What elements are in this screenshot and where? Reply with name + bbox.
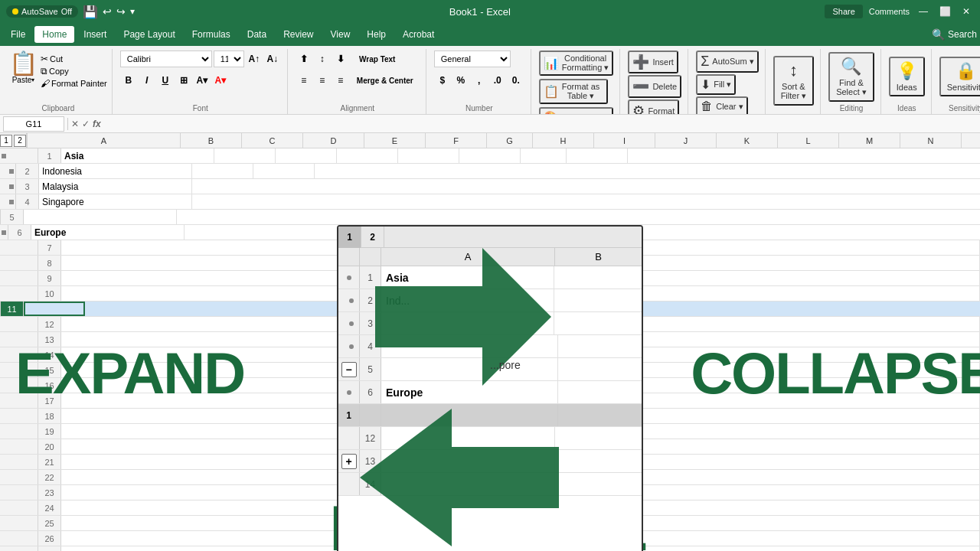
cell-rest2[interactable] <box>315 164 980 178</box>
popup-cell-a13[interactable] <box>381 450 555 472</box>
format-as-table-button[interactable]: 📋Format asTable ▾ <box>539 79 608 104</box>
popup-rownum-14[interactable]: 14 <box>360 473 381 495</box>
cell-a4[interactable]: Singapore <box>39 194 192 209</box>
find-select-button[interactable]: 🔍 Find &Select ▾ <box>828 52 874 102</box>
col-header-i[interactable]: I <box>594 133 655 148</box>
popup-cell-b6[interactable] <box>558 381 642 403</box>
col-header-o[interactable]: O <box>962 133 980 148</box>
popup-rownum-12[interactable]: 12 <box>360 427 381 449</box>
popup-cell-a1[interactable]: Asia <box>381 266 554 289</box>
menu-formulas[interactable]: Formulas <box>185 26 238 43</box>
menu-view[interactable]: View <box>323 26 358 43</box>
menu-help[interactable]: Help <box>359 26 394 43</box>
popup-cell-a2[interactable]: Ind... <box>381 289 554 311</box>
autosave-toggle[interactable]: AutoSave Off <box>6 5 78 18</box>
clear-button[interactable]: 🗑Clear ▾ <box>696 96 747 115</box>
row-num-20[interactable]: 20 <box>38 439 61 454</box>
cell-g1[interactable] <box>521 148 567 163</box>
percent-button[interactable]: % <box>452 72 469 89</box>
decrease-decimal-button[interactable]: 0. <box>508 72 524 89</box>
cell-a3[interactable]: Malaysia <box>39 179 192 194</box>
row-num-15[interactable]: 15 <box>38 363 61 377</box>
share-button[interactable]: Share <box>825 5 862 18</box>
col-header-n[interactable]: N <box>900 133 962 148</box>
row-num-18[interactable]: 18 <box>38 409 61 423</box>
row-num-23[interactable]: 23 <box>38 485 61 500</box>
outline-level-1[interactable]: 1 <box>0 135 12 147</box>
cell-b2[interactable] <box>192 164 253 178</box>
menu-data[interactable]: Data <box>240 26 274 43</box>
paste-button[interactable]: 📋 Paste ▾ <box>9 51 38 84</box>
delete-cells-button[interactable]: ➖Delete <box>628 75 681 98</box>
cell-c2[interactable] <box>253 164 315 178</box>
conditional-formatting-button[interactable]: 📊ConditionalFormatting ▾ <box>539 51 614 76</box>
row-num-24[interactable]: 24 <box>38 500 61 515</box>
font-name-select[interactable]: Calibri <box>120 51 212 67</box>
row-num-7[interactable]: 7 <box>38 240 61 255</box>
popup-cell-a3[interactable] <box>381 312 554 334</box>
row-num-10[interactable]: 10 <box>38 286 61 301</box>
copy-button[interactable]: ⧉ Copy <box>41 66 107 77</box>
row-num-1[interactable]: 1 <box>38 148 61 163</box>
menu-review[interactable]: Review <box>276 26 321 43</box>
cell-a6[interactable]: Europe <box>31 225 185 240</box>
cell-styles-button[interactable]: 🎨Cell Styles ▾ <box>539 107 613 115</box>
col-header-a[interactable]: A <box>28 133 181 148</box>
name-box[interactable] <box>3 116 64 132</box>
col-header-h[interactable]: H <box>533 133 594 148</box>
popup-cell-a5[interactable] <box>381 358 558 380</box>
outline-level-2[interactable]: 2 <box>14 135 26 147</box>
search-label[interactable]: Search <box>948 29 977 40</box>
row-num-25[interactable]: 25 <box>38 516 61 530</box>
cell-a5[interactable] <box>24 210 177 224</box>
sort-filter-button[interactable]: ↕ Sort &Filter ▾ <box>773 56 815 106</box>
confirm-formula-icon[interactable]: ✓ <box>82 119 90 129</box>
formula-input[interactable] <box>104 116 977 132</box>
row-num-22[interactable]: 22 <box>38 470 61 484</box>
row-num-8[interactable]: 8 <box>38 256 61 270</box>
menu-file[interactable]: File <box>3 26 33 43</box>
bold-button[interactable]: B <box>120 72 137 89</box>
popup-cell-a12[interactable] <box>381 427 555 449</box>
plus-expand-button[interactable]: + <box>341 454 357 469</box>
col-header-b[interactable]: B <box>181 133 242 148</box>
cell-rest5[interactable] <box>177 210 980 224</box>
level-2-button[interactable]: 2 <box>361 227 384 248</box>
popup-cell-b5[interactable] <box>558 358 642 380</box>
ideas-button[interactable]: 💡 Ideas <box>889 57 925 96</box>
popup-cell-b12[interactable] <box>555 427 642 449</box>
cell-a2[interactable]: Indonesia <box>39 164 192 178</box>
customize-icon[interactable]: ▾ <box>130 6 135 17</box>
col-header-m[interactable]: M <box>839 133 900 148</box>
minus-collapse-button[interactable]: − <box>341 362 357 377</box>
cancel-formula-icon[interactable]: ✕ <box>71 119 79 129</box>
save-icon[interactable]: 💾 <box>83 5 98 19</box>
insert-cells-button[interactable]: ➕Insert <box>628 51 678 73</box>
fill-button[interactable]: ⬇Fill ▾ <box>696 74 736 95</box>
decrease-font-button[interactable]: A↓ <box>264 51 281 67</box>
popup-cell-b13[interactable] <box>555 450 642 472</box>
number-format-select[interactable]: General <box>434 51 511 67</box>
wrap-text-button[interactable]: Wrap Text <box>351 51 404 67</box>
row-num-27[interactable]: 27 <box>38 546 61 551</box>
menu-insert[interactable]: Insert <box>76 26 114 43</box>
col-header-c[interactable]: C <box>242 133 303 148</box>
sensitivity-button[interactable]: 🔒 Sensitivity <box>939 57 980 96</box>
row-num-17[interactable]: 17 <box>38 393 61 408</box>
align-left-button[interactable]: ≡ <box>296 72 312 89</box>
menu-page-layout[interactable]: Page Layout <box>116 26 182 43</box>
redo-icon[interactable]: ↪ <box>116 5 126 18</box>
row-num-11[interactable]: 11 <box>1 302 24 316</box>
align-middle-button[interactable]: ↕ <box>314 51 331 67</box>
col-header-f[interactable]: F <box>426 133 487 148</box>
cell-d1[interactable] <box>337 148 398 163</box>
popup-cell-b2[interactable] <box>554 289 642 311</box>
format-painter-button[interactable]: 🖌 Format Painter <box>41 78 107 89</box>
comma-button[interactable]: , <box>471 72 488 89</box>
undo-icon[interactable]: ↩ <box>103 5 112 18</box>
row-num-5[interactable]: 5 <box>1 210 24 224</box>
cell-e1[interactable] <box>398 148 459 163</box>
row-num-13[interactable]: 13 <box>38 332 61 347</box>
popup-rownum-1[interactable]: 1 <box>360 266 381 289</box>
row-num-14[interactable]: 14 <box>38 347 61 362</box>
